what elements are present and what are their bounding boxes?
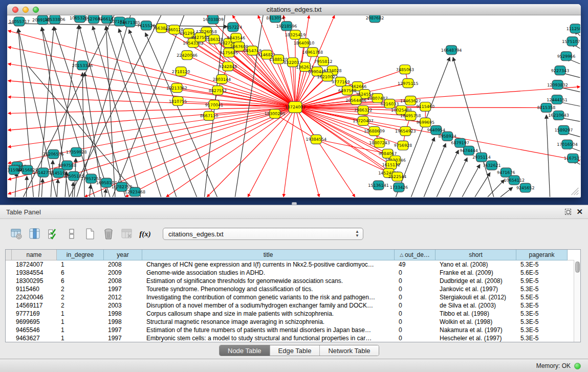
- table-cell[interactable]: 1: [57, 310, 104, 317]
- graph-node[interactable]: 12975115: [398, 79, 419, 88]
- table-row[interactable]: 911546021997Tourette syndrome. Phenomeno…: [6, 285, 580, 293]
- graph-node[interactable]: 1167531: [564, 154, 580, 163]
- table-cell[interactable]: 49: [395, 261, 435, 268]
- delete-column-button[interactable]: [101, 227, 115, 241]
- table-cell[interactable]: 9699695: [12, 318, 57, 325]
- table-cell[interactable]: 5.3E-5: [516, 335, 568, 342]
- table-cell[interactable]: 18724007: [12, 261, 57, 268]
- table-scrollbar[interactable]: [574, 260, 580, 342]
- table-cell[interactable]: 0: [395, 269, 435, 276]
- table-cell[interactable]: Structural magnetic resonance image aver…: [142, 318, 395, 325]
- table-cell[interactable]: 1: [57, 318, 104, 325]
- table-cell[interactable]: 0: [395, 286, 435, 293]
- table-row[interactable]: 946362711997Embryonic stem cells: a mode…: [6, 334, 580, 342]
- table-row[interactable]: 946554611997Estimation of the future num…: [6, 326, 580, 334]
- graph-node[interactable]: 1112504: [567, 24, 580, 33]
- window-titlebar[interactable]: citations_edges.txt: [7, 4, 581, 15]
- table-cell[interactable]: Changes of HCN gene expression and I(f) …: [142, 261, 395, 268]
- table-cell[interactable]: 2009: [104, 269, 142, 276]
- table-cell[interactable]: Estimation of significance thresholds fo…: [142, 277, 395, 285]
- graph-node[interactable]: 16648794: [441, 46, 462, 55]
- table-row[interactable]: 2242004622012Investigating the contribut…: [6, 293, 580, 301]
- graph-node[interactable]: 14463627: [400, 96, 421, 105]
- table-cell[interactable]: 5.5E-5: [516, 294, 568, 301]
- table-cell[interactable]: 2003: [104, 302, 142, 309]
- table-cell[interactable]: 9465546: [12, 326, 57, 334]
- table-row[interactable]: 1938455462009Genome-wide association stu…: [6, 269, 580, 277]
- graph-node[interactable]: 9756928: [394, 141, 412, 150]
- graph-node[interactable]: 15720407: [353, 116, 374, 125]
- table-cell[interactable]: Dudbridge et al. (2008): [435, 277, 516, 285]
- graph-node[interactable]: 8813054: [266, 15, 285, 23]
- table-cell[interactable]: 9777169: [12, 310, 57, 317]
- row-height-button[interactable]: [64, 227, 78, 241]
- graph-node[interactable]: 9245652: [516, 183, 535, 192]
- table-cell[interactable]: 5.3E-5: [516, 326, 568, 334]
- table-cell[interactable]: de Silva et al. (2003): [435, 302, 516, 309]
- graph-node[interactable]: 1810755: [169, 97, 187, 106]
- column-header-short[interactable]: short: [435, 250, 516, 260]
- table-cell[interactable]: 2008: [104, 277, 142, 285]
- table-cell[interactable]: 6: [57, 269, 104, 276]
- table-options-button[interactable]: [9, 227, 23, 241]
- table-row[interactable]: 1456911722003Disruption of a novel membe…: [6, 301, 580, 310]
- table-cell[interactable]: 2012: [104, 294, 142, 301]
- graph-node[interactable]: 7955812: [314, 57, 333, 66]
- tab-network-table[interactable]: Network Table: [320, 345, 378, 356]
- table-cell[interactable]: 2: [57, 294, 104, 301]
- graph-node[interactable]: 12213362: [166, 83, 187, 93]
- table-cell[interactable]: 1: [57, 326, 104, 334]
- table-cell[interactable]: 5.9E-5: [516, 277, 568, 285]
- table-cell[interactable]: 18300295: [12, 277, 57, 285]
- network-canvas[interactable]: 1872400718300295766382298601288912954105…: [8, 15, 580, 197]
- graph-node[interactable]: 9227343: [551, 66, 570, 75]
- column-header-in_degree[interactable]: in_degree: [57, 250, 104, 260]
- new-column-button[interactable]: [83, 227, 97, 241]
- table-cell[interactable]: 1998: [104, 310, 142, 317]
- table-cell[interactable]: 6: [57, 277, 104, 285]
- table-cell[interactable]: Wolkin et al. (1998): [435, 318, 516, 325]
- tab-node-table[interactable]: Node Table: [220, 345, 270, 356]
- table-cell[interactable]: Genome-wide association studies in ADHD.: [142, 269, 395, 276]
- table-cell[interactable]: 0: [395, 302, 435, 309]
- graph-node[interactable]: 18640910: [294, 38, 315, 48]
- table-selector-dropdown[interactable]: citations_edges.txt ▲▼: [163, 228, 363, 240]
- table-cell[interactable]: 0: [395, 318, 435, 325]
- table-cell[interactable]: 1: [57, 335, 104, 342]
- table-cell[interactable]: 1997: [104, 335, 142, 342]
- graph-node[interactable]: 16033809: [203, 15, 224, 24]
- graph-node[interactable]: 20153346: [72, 61, 93, 70]
- graph-node[interactable]: 19218596: [276, 21, 297, 31]
- select-columns-button[interactable]: [28, 227, 41, 241]
- graph-node[interactable]: 19654923: [395, 126, 416, 136]
- graph-node[interactable]: 14055717: [9, 17, 30, 26]
- graph-node[interactable]: 1733426: [390, 183, 408, 192]
- table-cell[interactable]: Investigating the contribution of common…: [142, 294, 395, 301]
- table-cell[interactable]: 5.3E-5: [516, 310, 568, 317]
- graph-node[interactable]: 10688609: [364, 126, 385, 136]
- table-cell[interactable]: 19384554: [12, 269, 57, 276]
- column-header-year[interactable]: year: [104, 250, 142, 260]
- network-graph[interactable]: 1872400718300295766382298601288912954105…: [8, 15, 580, 197]
- graph-node[interactable]: 7857224: [224, 23, 243, 32]
- column-header-pagerank[interactable]: pagerank: [516, 250, 568, 260]
- table-cell[interactable]: 2: [57, 286, 104, 293]
- table-cell[interactable]: 14569117: [12, 302, 57, 309]
- close-panel-icon[interactable]: ✕: [576, 209, 583, 215]
- tab-edge-table[interactable]: Edge Table: [270, 345, 320, 356]
- table-cell[interactable]: 0: [395, 294, 435, 301]
- graph-node[interactable]: 2087682: [366, 15, 384, 23]
- table-cell[interactable]: Disruption of a novel member of a sodium…: [142, 302, 395, 309]
- table-cell[interactable]: 5.3E-5: [516, 302, 568, 309]
- table-cell[interactable]: 22420046: [12, 294, 57, 301]
- table-cell[interactable]: 9115460: [12, 286, 57, 293]
- table-cell[interactable]: 9463627: [12, 335, 57, 342]
- table-cell[interactable]: 0: [395, 335, 435, 342]
- column-header-title[interactable]: title: [142, 250, 395, 260]
- graph-node[interactable]: 8215358: [537, 103, 555, 113]
- graph-node[interactable]: 8667110: [200, 111, 219, 120]
- table-cell[interactable]: 2008: [104, 261, 142, 268]
- graph-node[interactable]: 2718120: [172, 67, 190, 76]
- table-cell[interactable]: Yano et al. (2008): [435, 261, 516, 268]
- table-cell[interactable]: Estimation of the future numbers of pati…: [142, 326, 395, 334]
